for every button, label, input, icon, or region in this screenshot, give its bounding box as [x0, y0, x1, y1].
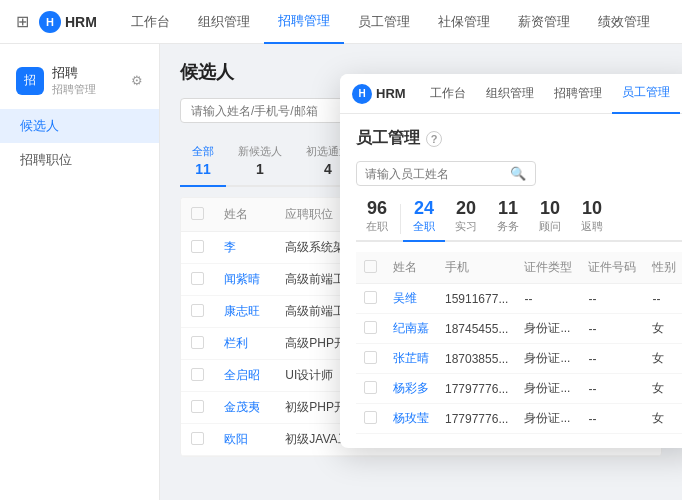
sw-top-navigation: H HRM 工作台 组织管理 招聘管理 员工管理 社保管理 薪资管理 [340, 74, 682, 114]
candidate-name[interactable]: 金茂夷 [224, 400, 260, 414]
sw-col-name: 姓名 [385, 252, 437, 284]
sw-nav-workbench[interactable]: 工作台 [420, 74, 476, 114]
col-name: 姓名 [214, 198, 275, 232]
sw-nav-recruit[interactable]: 招聘管理 [544, 74, 612, 114]
employee-gender: -- [644, 284, 682, 314]
employee-idno: -- [580, 404, 644, 434]
sw-select-all-checkbox[interactable] [364, 260, 377, 273]
employee-idtype: -- [516, 284, 580, 314]
stat-intern[interactable]: 20 实习 [445, 198, 487, 240]
employee-phone: 18703855... [437, 344, 516, 374]
sidebar-item-positions[interactable]: 招聘职位 [0, 143, 159, 177]
candidate-search-input[interactable] [191, 104, 341, 118]
sw-col-idno: 证件号码 [580, 252, 644, 284]
logo-icon: H [39, 11, 61, 33]
employee-search-bar: 🔍 [356, 161, 536, 186]
sw-app-logo: H HRM [352, 84, 406, 104]
sidebar-icon: 招 [16, 67, 44, 95]
sw-col-phone: 手机 [437, 252, 516, 284]
employee-idno: -- [580, 284, 644, 314]
candidate-name[interactable]: 栏利 [224, 336, 248, 350]
nav-employee[interactable]: 员工管理 [344, 0, 424, 44]
grid-icon[interactable]: ⊞ [16, 12, 29, 31]
stat-rehire[interactable]: 10 返聘 [571, 198, 613, 240]
employee-name[interactable]: 杨玫莹 [393, 411, 429, 425]
nav-org[interactable]: 组织管理 [184, 0, 264, 44]
content-area: 候选人 🔍 全部 11 新候选人 1 初选通过 4 安排面试 1 [160, 44, 682, 500]
employee-gender: 女 [644, 374, 682, 404]
employee-phone: 18745455... [437, 314, 516, 344]
employee-idno: -- [580, 374, 644, 404]
sw-page-title: 员工管理 ? [356, 128, 682, 149]
stat-fulltime[interactable]: 24 全职 [403, 198, 445, 242]
candidate-name[interactable]: 闻紫晴 [224, 272, 260, 286]
row-checkbox[interactable] [364, 411, 377, 424]
row-checkbox[interactable] [191, 368, 204, 381]
employee-gender: 女 [644, 404, 682, 434]
sidebar: 招 招聘 招聘管理 ⚙ 候选人 招聘职位 [0, 44, 160, 500]
row-checkbox[interactable] [364, 381, 377, 394]
top-navigation: ⊞ H HRM 工作台 组织管理 招聘管理 员工管理 社保管理 薪资管理 绩效管… [0, 0, 682, 44]
nav-workbench[interactable]: 工作台 [117, 0, 184, 44]
table-row: 杨玫莹 17797776... 身份证... -- 女 [356, 404, 682, 434]
row-checkbox[interactable] [191, 432, 204, 445]
sw-col-idtype: 证件类型 [516, 252, 580, 284]
stat-consultant[interactable]: 10 顾问 [529, 198, 571, 240]
candidate-name[interactable]: 欧阳 [224, 432, 248, 446]
tab-new[interactable]: 新候选人 1 [226, 137, 294, 185]
row-checkbox[interactable] [364, 291, 377, 304]
nav-social[interactable]: 社保管理 [424, 0, 504, 44]
row-checkbox[interactable] [191, 240, 204, 253]
table-row: 纪南嘉 18745455... 身份证... -- 女 [356, 314, 682, 344]
table-row: 杨彩多 17797776... 身份证... -- 女 [356, 374, 682, 404]
nav-recruit[interactable]: 招聘管理 [264, 0, 344, 44]
row-checkbox[interactable] [191, 400, 204, 413]
gear-icon[interactable]: ⚙ [131, 73, 143, 88]
employee-idtype: 身份证... [516, 374, 580, 404]
employee-phone: 17797776... [437, 404, 516, 434]
row-checkbox[interactable] [191, 304, 204, 317]
stat-active[interactable]: 96 在职 [356, 198, 398, 240]
candidate-name[interactable]: 全启昭 [224, 368, 260, 382]
employee-name[interactable]: 纪南嘉 [393, 321, 429, 335]
employee-phone: 17797776... [437, 374, 516, 404]
candidate-name[interactable]: 康志旺 [224, 304, 260, 318]
row-checkbox[interactable] [364, 351, 377, 364]
sidebar-title: 招聘 [52, 64, 96, 82]
employee-phone: 15911677... [437, 284, 516, 314]
stat-divider [400, 204, 401, 234]
select-all-checkbox[interactable] [191, 207, 204, 220]
candidate-name[interactable]: 李 [224, 240, 236, 254]
employees-table-container: 姓名 手机 证件类型 证件号码 性别 吴维 15911677. [356, 252, 682, 434]
employee-name[interactable]: 杨彩多 [393, 381, 429, 395]
row-checkbox[interactable] [364, 321, 377, 334]
sidebar-header: 招 招聘 招聘管理 ⚙ [0, 56, 159, 105]
employee-search-input[interactable] [365, 167, 505, 181]
sidebar-item-candidates[interactable]: 候选人 [0, 109, 159, 143]
tab-all[interactable]: 全部 11 [180, 137, 226, 187]
employee-idtype: 身份证... [516, 404, 580, 434]
employee-idno: -- [580, 314, 644, 344]
row-checkbox[interactable] [191, 336, 204, 349]
sidebar-subtitle: 招聘管理 [52, 82, 96, 97]
app-name: HRM [65, 14, 97, 30]
search-icon: 🔍 [510, 166, 526, 181]
sw-app-name: HRM [376, 86, 406, 101]
sw-nav-org[interactable]: 组织管理 [476, 74, 544, 114]
employee-gender: 女 [644, 314, 682, 344]
nav-salary[interactable]: 薪资管理 [504, 0, 584, 44]
main-layout: 招 招聘 招聘管理 ⚙ 候选人 招聘职位 候选人 🔍 全部 11 新候选人 1 [0, 44, 682, 500]
employee-name[interactable]: 吴维 [393, 291, 417, 305]
sw-logo-icon: H [352, 84, 372, 104]
sw-col-gender: 性别 [644, 252, 682, 284]
table-row: 张芷晴 18703855... 身份证... -- 女 [356, 344, 682, 374]
stat-service[interactable]: 11 务务 [487, 198, 529, 240]
employees-table: 姓名 手机 证件类型 证件号码 性别 吴维 15911677. [356, 252, 682, 434]
sw-nav-employee[interactable]: 员工管理 [612, 74, 680, 114]
employee-gender: 女 [644, 344, 682, 374]
employee-name[interactable]: 张芷晴 [393, 351, 429, 365]
nav-performance[interactable]: 绩效管理 [584, 0, 664, 44]
row-checkbox[interactable] [191, 272, 204, 285]
employee-status-tabs: 96 在职 24 全职 20 实习 11 务务 [356, 198, 682, 242]
help-icon[interactable]: ? [426, 131, 442, 147]
